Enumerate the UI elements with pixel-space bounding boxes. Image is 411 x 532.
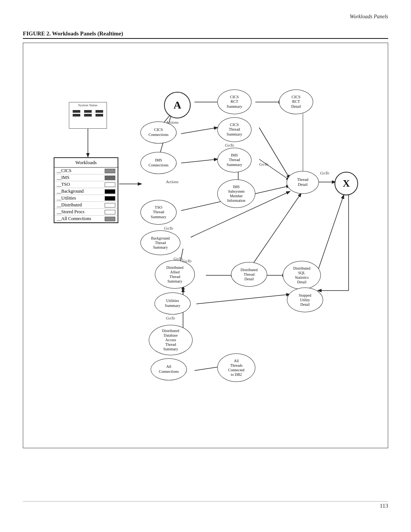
node-distributed-thread-detail: DistributedThreadDetail [231,262,267,287]
node-ims-connections: IMSConnections [140,152,177,174]
svg-line-5 [181,128,217,134]
diagram-svg [23,43,388,448]
bottom-line [23,501,388,502]
label-goto-util: GoTo [166,316,175,320]
node-all-connections: AllConnections [151,358,187,380]
node-cics-thread-summary: CICSThreadSummary [217,117,252,142]
node-tso-thread-summary: TSOThreadSummary [140,200,177,225]
node-background-thread-summary: BackgroundThreadSummary [140,230,180,255]
figure-title: FIGURE 2. Workloads Panels (Realtime) [23,30,123,37]
node-distributed-sql: DistributedSQLStatisticsDetail [283,261,321,289]
svg-line-17 [252,193,301,266]
node-ims-subsystem: IMSSubsystemMemberInformation [217,179,255,208]
page-header: Workloads Panels [350,14,388,20]
label-goto-ims: GoTo [259,162,268,166]
node-thread-detail: ThreadDetail [287,171,319,194]
label-goto-1: GoTo [225,143,234,147]
diagram-box: System Status Workloads __CICS __IMS [23,43,388,448]
label-goto-tso: GoTo [164,226,173,230]
node-distributed-allied: DistributedAlliedThreadSummary [155,260,195,289]
label-goto-dist: GoTo [182,259,191,263]
label-actions-2: Actions [166,179,178,184]
node-cics-rct-summary: CICSRCTSummary [217,89,252,114]
node-utilities-summary: UtilitiesSummary [155,292,191,315]
page-number: 113 [380,503,388,509]
label-goto-thread: GoTo [320,171,329,175]
node-stopped-utility: StoppedUtilityDetail [287,288,323,312]
node-x: X [335,172,358,195]
node-a: A [164,92,191,118]
svg-line-19 [196,294,290,304]
node-cics-connections: CICSConnections [140,121,177,144]
svg-line-18 [316,195,344,275]
node-all-threads-connected: AllThreadsConnectedto DB2 [217,353,255,382]
node-cics-rct-detail: CICSRCTDetail [279,89,313,114]
figure-title-underline [23,38,388,39]
svg-line-10 [259,128,290,178]
node-ims-thread-summary: IMSThreadSummary [217,148,252,173]
svg-line-7 [181,159,217,163]
node-distributed-db-access: DistributedDatabaseAccessThreadSummary [149,325,193,355]
